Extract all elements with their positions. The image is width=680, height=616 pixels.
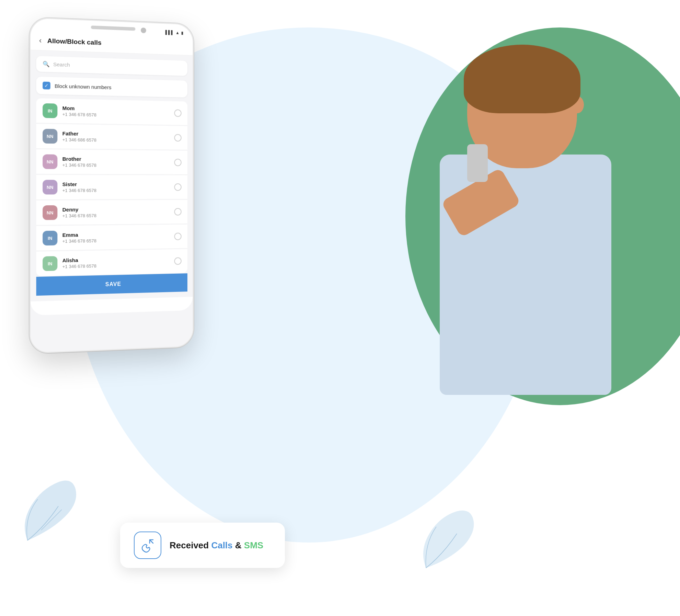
- contact-avatar-father: NN: [43, 129, 57, 144]
- contact-radio[interactable]: [174, 183, 182, 191]
- contact-item[interactable]: IN Emma +1 346 678 6578: [36, 225, 187, 251]
- block-unknown-checkbox[interactable]: ✓: [43, 82, 50, 90]
- contact-phone: +1 346 678 6578: [62, 213, 170, 218]
- contact-name: Denny: [62, 206, 170, 213]
- contact-name: Father: [62, 130, 170, 138]
- block-unknown-row[interactable]: ✓ Block unknown numbers: [36, 77, 187, 98]
- sms-label: SMS: [244, 540, 263, 550]
- contact-name: Brother: [62, 156, 170, 162]
- signal-icon: ▌▌▌: [165, 30, 174, 35]
- contact-item[interactable]: NN Father +1 346 686 6578: [36, 124, 187, 150]
- status-icons: ▌▌▌ ▲ ▮: [165, 30, 184, 35]
- contact-item[interactable]: IN Mom +1 346 678 6578: [36, 98, 187, 125]
- save-button[interactable]: SAVE: [36, 273, 187, 296]
- contact-info-denny: Denny +1 346 678 6578: [62, 206, 170, 218]
- contact-avatar-denny: NN: [43, 205, 57, 220]
- contact-phone: +1 346 678 6578: [62, 188, 170, 193]
- wifi-icon: ▲: [175, 30, 179, 35]
- separator: &: [233, 540, 244, 550]
- leaf-left-decoration: [17, 472, 79, 547]
- contact-info-brother: Brother +1 346 678 6578: [62, 156, 170, 168]
- phone-screen: ▌▌▌ ▲ ▮ ‹ Allow/Block calls 🔍 Search: [31, 18, 193, 353]
- calls-label: Calls: [211, 540, 232, 550]
- phone-camera: [141, 27, 146, 33]
- contact-item[interactable]: NN Denny +1 346 678 6578: [36, 200, 187, 225]
- contact-radio[interactable]: [174, 208, 182, 216]
- contact-item[interactable]: NN Sister +1 346 678 6578: [36, 175, 187, 199]
- contact-radio[interactable]: [174, 233, 182, 240]
- contact-info-sister: Sister +1 346 678 6578: [62, 181, 170, 193]
- contact-avatar-alisha: IN: [43, 256, 57, 271]
- received-calls-card: Received Calls & SMS: [120, 523, 285, 568]
- phone-body: ▌▌▌ ▲ ▮ ‹ Allow/Block calls 🔍 Search: [30, 17, 194, 354]
- contact-info-alisha: Alisha +1 346 678 6578: [62, 255, 170, 269]
- contact-list: IN Mom +1 346 678 6578 NN Father +1 346 …: [36, 98, 187, 276]
- contact-radio[interactable]: [174, 134, 182, 141]
- phone-content: 🔍 Search ✓ Block unknown numbers IN Mom …: [31, 50, 193, 301]
- contact-name: Emma: [62, 231, 170, 238]
- search-bar[interactable]: 🔍 Search: [36, 56, 187, 76]
- child-photo-area: [234, 0, 680, 616]
- card-text: Received Calls & SMS: [170, 540, 263, 551]
- battery-icon: ▮: [181, 31, 184, 35]
- contact-name: Sister: [62, 181, 170, 187]
- contact-item[interactable]: NN Brother +1 346 678 6578: [36, 149, 187, 175]
- back-button[interactable]: ‹: [39, 36, 42, 45]
- contact-phone: +1 346 678 6578: [62, 162, 170, 168]
- received-prefix: Received: [170, 540, 211, 550]
- contact-info-emma: Emma +1 346 678 6578: [62, 231, 170, 244]
- contact-info-father: Father +1 346 686 6578: [62, 130, 170, 144]
- contact-phone: +1 346 678 6578: [62, 112, 170, 119]
- contact-avatar-sister: NN: [43, 180, 57, 195]
- contact-phone: +1 346 678 6578: [62, 237, 170, 244]
- contact-info-mom: Mom +1 346 678 6578: [62, 105, 170, 119]
- contact-radio[interactable]: [174, 257, 182, 265]
- calls-icon-wrapper: [134, 532, 161, 559]
- child-figure: [371, 17, 646, 584]
- contact-avatar-brother: NN: [43, 154, 57, 169]
- contact-phone: +1 346 686 6578: [62, 137, 170, 144]
- contact-avatar-emma: IN: [43, 231, 57, 246]
- contact-item[interactable]: IN Alisha +1 346 678 6578: [36, 249, 187, 276]
- phone-mockup: ▌▌▌ ▲ ▮ ‹ Allow/Block calls 🔍 Search: [30, 17, 194, 354]
- contact-radio[interactable]: [174, 159, 182, 166]
- page-title: Allow/Block calls: [47, 37, 102, 47]
- contact-radio[interactable]: [174, 109, 182, 117]
- block-unknown-label: Block unknown numbers: [55, 83, 111, 90]
- search-placeholder: Search: [53, 61, 70, 68]
- phone-incoming-icon: [140, 538, 155, 553]
- contact-avatar-mom: IN: [43, 103, 57, 118]
- search-icon: 🔍: [43, 61, 50, 68]
